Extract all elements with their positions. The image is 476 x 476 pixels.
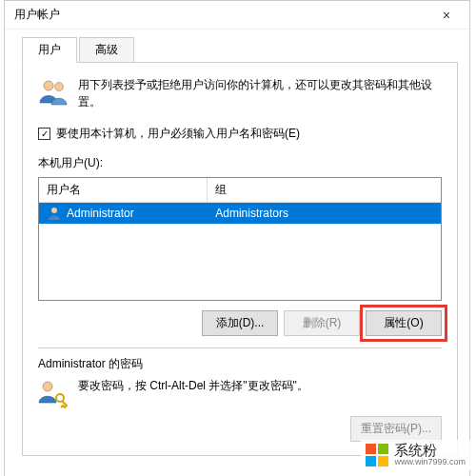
user-list-heading: 本机用户(U): <box>38 155 442 171</box>
cell-name: Administrator <box>39 204 208 223</box>
svg-point-1 <box>55 83 64 91</box>
user-icon <box>47 206 62 221</box>
svg-point-0 <box>44 81 53 90</box>
password-heading: Administrator 的密码 <box>38 356 442 372</box>
column-group[interactable]: 组 <box>208 178 441 202</box>
column-username[interactable]: 用户名 <box>39 178 208 202</box>
svg-point-2 <box>51 208 57 213</box>
password-section: Administrator 的密码 要改密码，按 Ctrl-Alt-Del 并选… <box>38 347 442 442</box>
require-password-row[interactable]: ✓ 要使用本计算机，用户必须输入用户名和密码(E) <box>38 126 442 142</box>
remove-button[interactable]: 删除(R) <box>284 310 360 336</box>
svg-point-3 <box>43 382 52 391</box>
users-icon <box>38 76 69 107</box>
close-button[interactable]: × <box>427 2 466 29</box>
intro-row: 用下列表授予或拒绝用户访问你的计算机，还可以更改其密码和其他设置。 <box>38 76 442 110</box>
watermark-title: 系统粉 <box>394 443 466 459</box>
tab-strip: 用户 高级 <box>22 37 458 63</box>
intro-text: 用下列表授予或拒绝用户访问你的计算机，还可以更改其密码和其他设置。 <box>78 76 442 110</box>
tab-content: 用下列表授予或拒绝用户访问你的计算机，还可以更改其密码和其他设置。 ✓ 要使用本… <box>22 63 458 456</box>
cell-group: Administrators <box>208 205 441 222</box>
require-password-label: 要使用本计算机，用户必须输入用户名和密码(E) <box>56 126 300 142</box>
password-text: 要改密码，按 Ctrl-Alt-Del 并选择"更改密码"。 <box>78 378 308 394</box>
user-name: Administrator <box>67 207 134 220</box>
title-bar: 用户帐户 × <box>5 1 469 30</box>
tab-advanced[interactable]: 高级 <box>79 37 134 63</box>
reset-password-button[interactable]: 重置密码(P)... <box>350 416 442 442</box>
user-list: 用户名 组 Administrator Admin <box>38 177 442 301</box>
watermark-sub: www.win7999.com <box>394 458 466 467</box>
require-password-checkbox[interactable]: ✓ <box>38 128 50 140</box>
add-button[interactable]: 添加(D)... <box>202 310 278 336</box>
list-item[interactable]: Administrator Administrators <box>39 203 441 224</box>
windows-tiles-icon <box>366 444 388 466</box>
key-icon <box>38 378 69 408</box>
list-header: 用户名 组 <box>39 178 441 203</box>
user-accounts-dialog: 用户帐户 × 用户 高级 用下列表授予或拒绝用户访问你的计算机，还可以更改其密码… <box>4 0 470 476</box>
user-group: Administrators <box>215 207 288 220</box>
properties-button[interactable]: 属性(O) <box>366 310 442 336</box>
watermark: 系统粉 www.win7999.com <box>361 440 470 470</box>
user-buttons-row: 添加(D)... 删除(R) 属性(O) <box>38 310 442 336</box>
window-title: 用户帐户 <box>14 7 60 23</box>
tab-user[interactable]: 用户 <box>22 37 77 63</box>
